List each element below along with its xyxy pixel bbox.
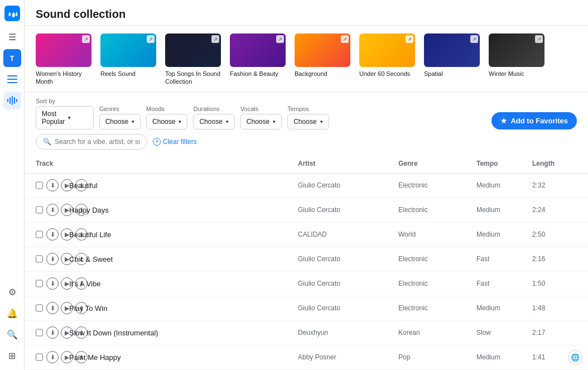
- sort-by-select[interactable]: Most Popular ▾: [36, 106, 94, 129]
- collection-item-reels-sound[interactable]: ↗ Reels Sound: [100, 33, 156, 86]
- table-header: Track Artist Genre Tempo Length: [25, 154, 588, 174]
- sidebar-item-nav[interactable]: [3, 70, 21, 88]
- track-checkbox[interactable]: [36, 280, 43, 287]
- sidebar-item-hamburger[interactable]: ☰: [3, 28, 21, 46]
- moods-label: Moods: [146, 105, 187, 112]
- search-icon: 🔍: [7, 329, 18, 340]
- track-length: 2:16: [532, 255, 577, 263]
- page-header: Sound collection: [25, 0, 588, 26]
- track-genre: Electronic: [398, 206, 476, 214]
- grid-icon: ⊞: [8, 350, 16, 361]
- sidebar-item-avatar[interactable]: T: [3, 49, 21, 67]
- meta-logo[interactable]: [4, 6, 20, 21]
- header-genre: Genre: [398, 157, 476, 170]
- page-title: Sound collection: [36, 8, 577, 21]
- header-spacer: [69, 157, 298, 170]
- collection-label: Spatial: [424, 70, 443, 78]
- track-actions: ⬇ ▶ ℹ: [36, 253, 69, 265]
- download-button[interactable]: ⬇: [46, 179, 59, 191]
- collection-item-winter-music[interactable]: ↗ Winter Music: [489, 33, 544, 86]
- sidebar-item-grid[interactable]: ⊞: [3, 347, 21, 364]
- track-actions: ⬇ ▶ ℹ: [36, 351, 69, 363]
- download-button[interactable]: ⬇: [46, 228, 59, 241]
- collection-thumb: ↗: [100, 33, 156, 67]
- collection-item-spatial[interactable]: ↗ Spatial: [424, 33, 480, 86]
- collections-strip: ↗ Women's History Month ↗ Reels Sound ↗ …: [25, 26, 588, 92]
- sort-by-caret: ▾: [68, 115, 87, 121]
- download-button[interactable]: ⬇: [46, 253, 59, 265]
- track-checkbox[interactable]: [36, 206, 43, 214]
- moods-select[interactable]: Choose ▾: [146, 114, 187, 129]
- tempos-caret: ▾: [320, 119, 323, 124]
- close-circle-icon: ✕: [153, 138, 161, 146]
- collection-item-under-60[interactable]: ↗ Under 60 Seconds: [359, 33, 415, 86]
- genres-value: Choose: [105, 118, 128, 126]
- collection-item-womens-history[interactable]: ↗ Women's History Month: [36, 33, 91, 86]
- clear-filters-label: Clear filters: [163, 138, 197, 146]
- globe-button[interactable]: 🌐: [568, 350, 582, 364]
- vocals-wrapper: Vocals Choose ▾: [240, 105, 282, 129]
- sidebar-item-waveform[interactable]: [3, 92, 21, 109]
- external-link-icon: ↗: [147, 35, 155, 43]
- vocals-value: Choose: [247, 118, 269, 126]
- download-button[interactable]: ⬇: [46, 277, 59, 290]
- track-genre: Electronic: [398, 280, 476, 287]
- collection-thumb: ↗: [489, 33, 544, 67]
- track-genre: Electronic: [398, 304, 476, 312]
- sidebar-item-notifications[interactable]: 🔔: [3, 304, 21, 322]
- svg-rect-5: [12, 96, 13, 105]
- durations-wrapper: Durations Choose ▾: [193, 105, 234, 129]
- collection-thumb: ↗: [359, 33, 415, 67]
- track-checkbox[interactable]: [36, 255, 43, 263]
- genres-select[interactable]: Choose ▾: [99, 114, 141, 129]
- collection-item-top-songs[interactable]: ↗ Top Songs In Sound Collection: [165, 33, 221, 86]
- track-actions: ⬇ ▶ ℹ: [36, 179, 69, 191]
- add-to-favorites-button[interactable]: ★ Add to Favorites: [491, 112, 577, 129]
- vocals-select[interactable]: Choose ▾: [240, 114, 282, 129]
- track-genre: Electronic: [398, 181, 476, 189]
- svg-rect-3: [7, 99, 8, 102]
- collection-item-fashion-beauty[interactable]: ↗ Fashion & Beauty: [230, 33, 286, 86]
- sidebar-item-search[interactable]: 🔍: [3, 325, 21, 343]
- tempos-select[interactable]: Choose ▾: [287, 114, 329, 129]
- track-actions: ⬇ ▶ ℹ: [36, 326, 69, 339]
- track-checkbox[interactable]: [36, 353, 43, 361]
- track-actions: ⬇ ▶ ℹ: [36, 228, 69, 241]
- track-tempo: Fast: [476, 280, 532, 287]
- track-tempo: Medium: [476, 181, 532, 189]
- download-button[interactable]: ⬇: [46, 204, 59, 216]
- track-length: 2:17: [532, 329, 577, 337]
- table-row: ⬇ ▶ ℹ Play To Win Giulio Cercato Electro…: [25, 296, 588, 321]
- track-checkbox[interactable]: [36, 329, 43, 337]
- durations-label: Durations: [193, 105, 234, 112]
- clear-filters-button[interactable]: ✕ Clear filters: [153, 138, 197, 146]
- track-checkbox[interactable]: [36, 304, 43, 312]
- track-length: 1:50: [532, 280, 577, 287]
- durations-select[interactable]: Choose ▾: [193, 114, 234, 129]
- collection-thumb: ↗: [424, 33, 480, 67]
- track-checkbox[interactable]: [36, 181, 43, 189]
- table-row: ⬇ ▶ ℹ Beautiful Life CALIDAD World Mediu…: [25, 223, 588, 247]
- download-button[interactable]: ⬇: [46, 302, 59, 314]
- download-button[interactable]: ⬇: [46, 351, 59, 363]
- collection-label: Women's History Month: [36, 70, 91, 86]
- search-box[interactable]: 🔍: [36, 134, 147, 150]
- vocals-label: Vocals: [240, 105, 282, 112]
- header-length: Length: [532, 157, 577, 170]
- track-rows: ⬇ ▶ ℹ Beautiful Giulio Cercato Electroni…: [25, 174, 588, 370]
- track-checkbox[interactable]: [36, 230, 43, 238]
- genres-wrapper: Genres Choose ▾: [99, 105, 141, 129]
- collection-item-background[interactable]: ↗ Background: [295, 33, 350, 86]
- table-row: ⬇ ▶ ℹ It's A Vibe Giulio Cercato Electro…: [25, 272, 588, 296]
- track-length: 2:50: [532, 230, 577, 238]
- sort-by-wrapper: Sort by Most Popular ▾: [36, 98, 94, 129]
- external-link-icon: ↗: [470, 35, 478, 43]
- svg-rect-1: [7, 79, 17, 80]
- bell-icon: 🔔: [7, 308, 18, 319]
- durations-value: Choose: [199, 118, 222, 126]
- download-button[interactable]: ⬇: [46, 326, 59, 339]
- sidebar-item-settings[interactable]: ⚙: [3, 283, 21, 301]
- search-input[interactable]: [55, 138, 140, 146]
- sort-by-label: Sort by: [36, 98, 94, 104]
- moods-caret: ▾: [179, 119, 181, 124]
